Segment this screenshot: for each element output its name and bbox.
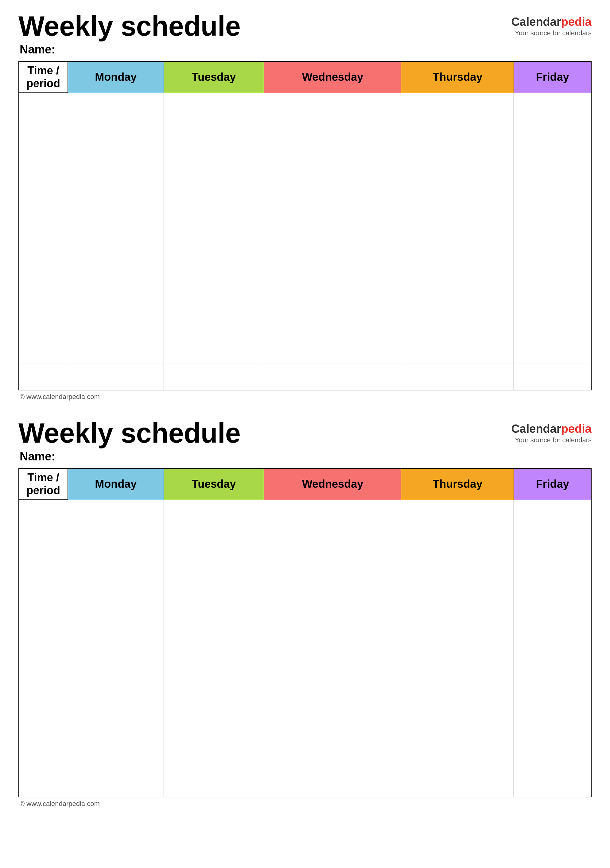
cell-time[interactable] xyxy=(19,662,68,689)
logo-2: Calendarpedia Your source for calendars xyxy=(511,419,591,444)
cell-time[interactable] xyxy=(19,282,68,309)
table-row xyxy=(19,255,591,282)
footer-1: © www.calendarpedia.com xyxy=(19,393,591,401)
table-body-2 xyxy=(19,500,591,797)
cell-time[interactable] xyxy=(19,608,68,635)
table-row xyxy=(19,228,591,255)
header-wednesday-1: Wednesday xyxy=(264,61,401,93)
table-row xyxy=(19,500,591,527)
table-row xyxy=(19,201,591,228)
table-row xyxy=(19,93,591,120)
name-label-1: Name: xyxy=(19,43,591,56)
logo-text-1: Calendarpedia xyxy=(511,16,591,29)
header-friday-1: Friday xyxy=(514,61,591,93)
table-row xyxy=(19,174,591,201)
table-row xyxy=(19,662,591,689)
cell-time[interactable] xyxy=(19,336,68,363)
table-row xyxy=(19,363,591,390)
table-header-row-1: Time / period Monday Tuesday Wednesday T… xyxy=(19,61,591,93)
name-label-2: Name: xyxy=(19,450,591,463)
footer-2: © www.calendarpedia.com xyxy=(19,800,591,808)
table-row xyxy=(19,770,591,797)
cell-time[interactable] xyxy=(19,255,68,282)
cell-time[interactable] xyxy=(19,743,68,770)
cell-time[interactable] xyxy=(19,554,68,581)
header-thursday-1: Thursday xyxy=(401,61,514,93)
table-row xyxy=(19,689,591,716)
header-monday-2: Monday xyxy=(68,468,164,500)
cell-time[interactable] xyxy=(19,635,68,662)
header-thursday-2: Thursday xyxy=(401,468,514,500)
logo-1: Calendarpedia Your source for calendars xyxy=(511,12,591,37)
header-tuesday-2: Tuesday xyxy=(164,468,264,500)
logo-calendar-word-1: Calendar xyxy=(511,16,561,28)
table-row xyxy=(19,120,591,147)
schedule-section-1: Weekly schedule Calendarpedia Your sourc… xyxy=(19,12,591,401)
header-tuesday-1: Tuesday xyxy=(164,61,264,93)
logo-calendar-word-2: Calendar xyxy=(511,422,561,435)
cell-time[interactable] xyxy=(19,228,68,255)
cell-time[interactable] xyxy=(19,201,68,228)
page-title-2: Weekly schedule xyxy=(19,419,241,447)
logo-text-2: Calendarpedia xyxy=(511,422,591,436)
cell-time[interactable] xyxy=(19,147,68,174)
cell-time[interactable] xyxy=(19,174,68,201)
logo-pedia-word-2: pedia xyxy=(561,422,591,435)
table-body-1 xyxy=(19,93,591,390)
table-row xyxy=(19,608,591,635)
header-friday-2: Friday xyxy=(514,468,591,500)
cell-time[interactable] xyxy=(19,770,68,797)
header-row-1: Weekly schedule Calendarpedia Your sourc… xyxy=(19,12,591,40)
table-header-row-2: Time / period Monday Tuesday Wednesday T… xyxy=(19,468,591,500)
cell-time[interactable] xyxy=(19,581,68,608)
schedule-section-2: Weekly schedule Calendarpedia Your sourc… xyxy=(19,419,591,808)
table-row xyxy=(19,743,591,770)
header-time-1: Time / period xyxy=(19,61,68,93)
header-wednesday-2: Wednesday xyxy=(264,468,401,500)
table-row xyxy=(19,309,591,336)
header-monday-1: Monday xyxy=(68,61,164,93)
cell-time[interactable] xyxy=(19,309,68,336)
table-row xyxy=(19,527,591,554)
logo-pedia-word-1: pedia xyxy=(561,16,591,28)
table-row xyxy=(19,336,591,363)
table-row xyxy=(19,635,591,662)
table-row xyxy=(19,554,591,581)
header-row-2: Weekly schedule Calendarpedia Your sourc… xyxy=(19,419,591,447)
table-row xyxy=(19,716,591,743)
header-time-2: Time / period xyxy=(19,468,68,500)
logo-sub-2: Your source for calendars xyxy=(511,436,591,444)
schedule-table-2: Time / period Monday Tuesday Wednesday T… xyxy=(19,468,591,797)
cell-time[interactable] xyxy=(19,500,68,527)
table-row xyxy=(19,282,591,309)
cell-time[interactable] xyxy=(19,93,68,120)
table-row xyxy=(19,147,591,174)
logo-sub-1: Your source for calendars xyxy=(511,29,591,37)
cell-time[interactable] xyxy=(19,527,68,554)
cell-time[interactable] xyxy=(19,120,68,147)
table-row xyxy=(19,581,591,608)
page-title-1: Weekly schedule xyxy=(19,12,241,40)
cell-time[interactable] xyxy=(19,689,68,716)
page-container: Weekly schedule Calendarpedia Your sourc… xyxy=(0,0,610,839)
cell-time[interactable] xyxy=(19,716,68,743)
schedule-table-1: Time / period Monday Tuesday Wednesday T… xyxy=(19,61,591,391)
cell-time[interactable] xyxy=(19,363,68,390)
